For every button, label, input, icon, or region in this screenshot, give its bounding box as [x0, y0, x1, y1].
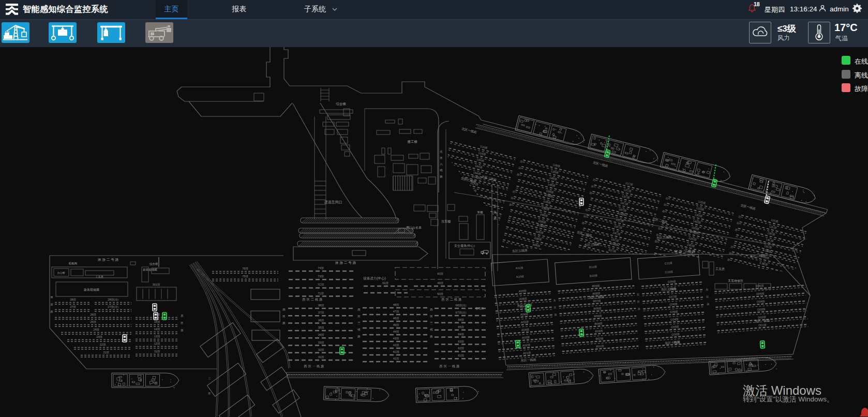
svg-text:31E排: 31E排: [755, 278, 764, 284]
svg-text:21A排: 21A排: [472, 175, 481, 180]
svg-text:路: 路: [440, 175, 443, 178]
svg-text:23A排: 23A排: [469, 188, 477, 193]
svg-text:D06排: D06排: [756, 284, 764, 288]
svg-text:23B排: 23B排: [541, 206, 550, 211]
svg-text:61排: 61排: [458, 354, 464, 357]
svg-text:新装箱储藏: 新装箱储藏: [143, 268, 157, 272]
svg-text:67排(冷): 67排(冷): [456, 311, 467, 314]
svg-text:62排: 62排: [458, 347, 464, 350]
svg-text:旅: 旅: [50, 295, 53, 299]
svg-text:12D排: 12D排: [696, 206, 705, 212]
svg-text:路: 路: [430, 335, 433, 338]
svg-text:B11排: B11排: [589, 265, 597, 269]
svg-text:C05排: C05排: [670, 310, 678, 314]
svg-text:A06排: A06排: [520, 312, 529, 316]
svg-text:22B排: 22B排: [543, 200, 552, 205]
svg-text:三: 三: [208, 377, 211, 380]
svg-text:13E排: 13E排: [767, 231, 776, 236]
svg-text:34A排: 34A排: [459, 225, 468, 230]
svg-text:21排: 21排: [103, 351, 109, 354]
svg-text:36E排: 36E排: [747, 311, 756, 316]
svg-text:办公楼: 办公楼: [57, 271, 65, 274]
svg-text:14B排: 14B排: [547, 183, 556, 188]
svg-text:旅游二号路: 旅游二号路: [675, 249, 697, 254]
svg-text:路: 路: [51, 310, 53, 313]
svg-text:12B排: 12B排: [550, 170, 559, 175]
svg-text:区: 区: [664, 203, 667, 206]
svg-text:区: 区: [511, 196, 514, 200]
svg-text:35B排: 35B排: [530, 249, 539, 255]
svg-text:区: 区: [591, 185, 594, 188]
svg-text:32A排: 32A排: [462, 211, 471, 216]
svg-text:西区一线路: 西区一线路: [304, 364, 325, 368]
svg-text:区: 区: [553, 306, 556, 309]
svg-text:路: 路: [707, 302, 709, 305]
svg-text:11A排: 11A排: [480, 144, 488, 150]
svg-text:31排: 31排: [318, 355, 324, 359]
svg-text:线: 线: [357, 328, 361, 331]
svg-text:B02排: B02排: [595, 337, 604, 340]
svg-text:东: 东: [706, 288, 708, 291]
svg-text:73排: 73排: [318, 275, 324, 278]
svg-text:东区一线路: 东区一线路: [754, 318, 770, 323]
svg-text:路: 路: [654, 240, 657, 243]
svg-text:西区一线路: 西区一线路: [439, 364, 461, 368]
svg-text:游: 游: [50, 303, 53, 306]
svg-text:33D排: 33D排: [679, 273, 688, 278]
svg-text:E1B排: E1B排: [762, 248, 771, 254]
svg-text:43排: 43排: [393, 337, 399, 340]
svg-text:21D排: 21D排: [690, 230, 699, 235]
svg-text:区: 区: [583, 215, 587, 218]
svg-text:东区一线路: 东区一线路: [520, 358, 536, 363]
svg-text:301排: 301排: [153, 283, 160, 286]
svg-text:洗车棚: 洗车棚: [441, 219, 451, 224]
svg-text:11排: 11排: [154, 350, 160, 353]
svg-text:50排: 50排: [437, 292, 443, 295]
svg-text:D04排: D04排: [757, 300, 765, 303]
svg-text:24排: 24排: [93, 328, 99, 331]
svg-text:14E排: 14E排: [766, 238, 774, 243]
svg-text:B08排: B08排: [592, 292, 601, 295]
svg-text:41排: 41排: [393, 357, 399, 360]
svg-text:71排: 71排: [318, 292, 324, 295]
svg-text:北区二线路: 北区二线路: [576, 230, 592, 238]
svg-text:进港主闸口: 进港主闸口: [324, 200, 342, 204]
svg-text:C04排: C04排: [670, 318, 679, 321]
svg-text:47排: 47排: [393, 310, 399, 313]
svg-text:12A排: 12A排: [478, 151, 487, 156]
svg-text:66排: 66排: [458, 318, 464, 321]
svg-text:A08排: A08排: [519, 297, 528, 301]
svg-text:西: 西: [357, 308, 361, 311]
svg-text:C06排: C06排: [669, 302, 678, 306]
svg-text:B07排: B07排: [593, 299, 601, 303]
svg-text:路: 路: [589, 191, 592, 195]
svg-text:路: 路: [727, 258, 730, 262]
svg-text:北: 北: [439, 150, 443, 154]
svg-text:C09排: C09排: [668, 280, 676, 284]
svg-text:东区三线路: 东区三线路: [512, 248, 528, 254]
svg-text:36排: 36排: [318, 319, 324, 322]
svg-text:A05排: A05排: [521, 320, 529, 324]
svg-text:区: 区: [637, 300, 640, 303]
svg-text:路: 路: [493, 217, 497, 220]
svg-text:24B排: 24B排: [540, 213, 548, 218]
svg-text:区: 区: [440, 156, 443, 159]
svg-text:31C排: 31C排: [610, 242, 619, 247]
svg-text:变电所: 变电所: [475, 307, 484, 310]
svg-text:26排: 26排: [90, 313, 96, 316]
svg-text:44排: 44排: [393, 330, 399, 333]
svg-text:D02排: D02排: [758, 316, 766, 319]
svg-text:14C排: 14C排: [620, 201, 628, 206]
svg-text:13D排: 13D排: [694, 213, 703, 218]
svg-text:A02排: A02排: [522, 344, 531, 347]
svg-text:74排: 74排: [318, 266, 324, 270]
svg-text:B01排: B01排: [596, 345, 604, 348]
svg-text:31D排: 31D排: [682, 260, 691, 265]
svg-text:63排: 63排: [458, 340, 464, 343]
svg-text:33B排: 33B排: [534, 236, 543, 242]
svg-text:路: 路: [554, 313, 557, 316]
svg-text:C10排: C10排: [665, 270, 673, 274]
svg-text:13A排: 13A排: [476, 158, 485, 163]
svg-text:B04排: B04排: [594, 322, 603, 325]
svg-text:车棚: 车棚: [477, 211, 483, 214]
